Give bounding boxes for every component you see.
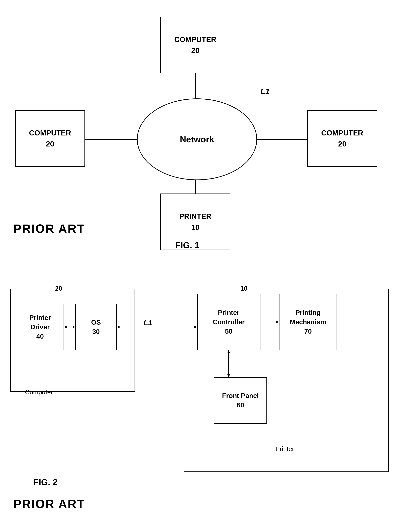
printer-driver-box: Printer Driver 40: [17, 304, 64, 350]
computer-top-num: 20: [191, 45, 200, 56]
printing-mechanism-line2: Mechanism: [290, 317, 326, 327]
computer-left-num: 20: [46, 139, 54, 149]
network-node: Network: [137, 98, 257, 180]
printer-driver-line1: Printer: [29, 313, 51, 322]
computer-label: Computer: [25, 389, 53, 396]
computer-top-label: COMPUTER: [174, 34, 216, 45]
printing-mechanism-box: Printing Mechanism 70: [279, 294, 337, 350]
line-left-computer-network: [85, 139, 139, 140]
line-right-computer-network: [257, 139, 311, 140]
computer-right-num: 20: [338, 139, 346, 149]
fig2-diagram: 20 Computer 10 Printer Printer Driver 40…: [0, 270, 399, 526]
printing-mechanism-num: 70: [304, 327, 312, 336]
computer-left-label: COMPUTER: [29, 127, 71, 139]
front-panel-num: 60: [237, 400, 244, 410]
computer-left-box: COMPUTER 20: [15, 110, 85, 167]
prior-art-label-2: PRIOR ART: [13, 497, 85, 511]
printer-controller-box: Printer Controller 50: [197, 294, 260, 350]
printer-controller-num: 50: [225, 327, 232, 336]
computer-right-box: COMPUTER 20: [307, 110, 377, 167]
os-label: OS: [91, 318, 101, 327]
os-box: OS 30: [75, 304, 117, 350]
fig2-title: FIG. 2: [33, 477, 58, 487]
l1-label-fig2: L1: [144, 319, 152, 327]
fig1-diagram: Network COMPUTER 20 COMPUTER 20 COMPUTER…: [0, 10, 399, 252]
prior-art-label-1: PRIOR ART: [13, 222, 85, 235]
fig1-title: FIG. 1: [175, 240, 199, 250]
os-num: 30: [92, 327, 100, 336]
printer-label-fig2: Printer: [276, 445, 294, 453]
printer-controller-line1: Printer: [218, 308, 239, 317]
printer-driver-line2: Driver: [30, 322, 50, 332]
printer-driver-num: 40: [36, 332, 44, 341]
computer-num-label: 20: [55, 285, 62, 292]
network-label: Network: [180, 134, 214, 144]
computer-right-label: COMPUTER: [321, 127, 363, 139]
front-panel-line1: Front Panel: [222, 391, 259, 400]
l1-label-fig1: L1: [260, 87, 270, 96]
computer-top-box: COMPUTER 20: [160, 17, 230, 73]
printer-num: 10: [191, 222, 200, 233]
printer-num-label: 10: [240, 285, 247, 292]
front-panel-box: Front Panel 60: [214, 377, 267, 424]
printer-label: PRINTER: [179, 211, 211, 222]
printer-controller-line2: Controller: [213, 317, 245, 327]
printing-mechanism-line1: Printing: [295, 308, 321, 317]
